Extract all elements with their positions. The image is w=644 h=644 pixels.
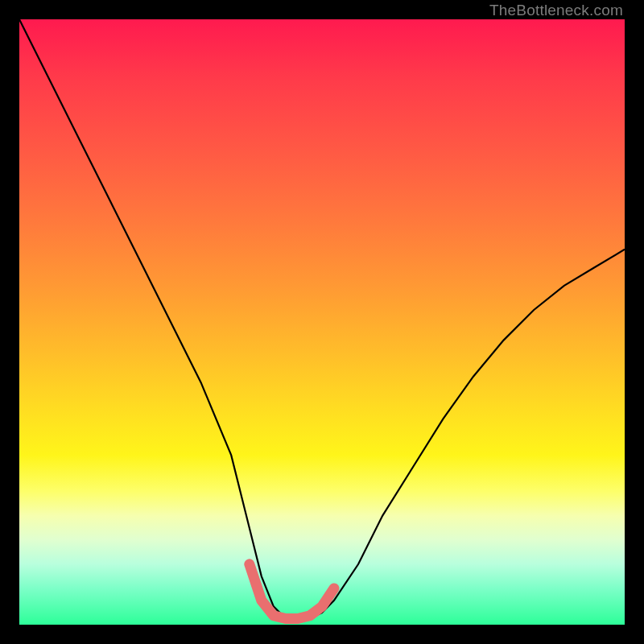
bottleneck-curve-line <box>19 19 625 619</box>
plot-area <box>19 19 625 625</box>
chart-svg <box>19 19 625 625</box>
bottleneck-minimum-band <box>250 564 334 619</box>
watermark-text: TheBottleneck.com <box>489 2 623 19</box>
chart-frame: TheBottleneck.com <box>0 0 644 644</box>
